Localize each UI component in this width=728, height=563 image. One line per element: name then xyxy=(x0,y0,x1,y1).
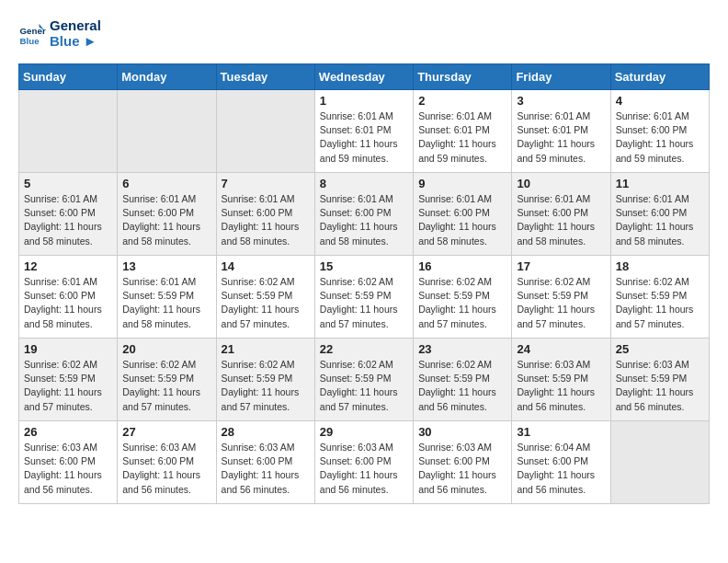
day-info: Sunrise: 6:01 AM Sunset: 6:00 PM Dayligh… xyxy=(320,192,408,248)
svg-text:Blue: Blue xyxy=(20,35,40,45)
calendar-cell: 22Sunrise: 6:02 AM Sunset: 5:59 PM Dayli… xyxy=(314,339,413,421)
calendar-cell: 25Sunrise: 6:03 AM Sunset: 5:59 PM Dayli… xyxy=(610,339,709,421)
calendar-cell: 1Sunrise: 6:01 AM Sunset: 6:01 PM Daylig… xyxy=(314,90,413,173)
calendar-week-row: 5Sunrise: 6:01 AM Sunset: 6:00 PM Daylig… xyxy=(19,173,710,256)
weekday-header-thursday: Thursday xyxy=(414,64,512,90)
day-number: 5 xyxy=(24,177,112,190)
weekday-header-wednesday: Wednesday xyxy=(314,64,413,90)
calendar-cell: 3Sunrise: 6:01 AM Sunset: 6:01 PM Daylig… xyxy=(512,90,610,173)
day-info: Sunrise: 6:02 AM Sunset: 5:59 PM Dayligh… xyxy=(222,275,310,331)
day-number: 2 xyxy=(418,94,506,108)
day-number: 23 xyxy=(418,342,506,356)
day-info: Sunrise: 6:03 AM Sunset: 6:00 PM Dayligh… xyxy=(122,441,210,497)
day-number: 26 xyxy=(24,425,112,439)
calendar-cell xyxy=(19,90,118,173)
calendar-week-row: 12Sunrise: 6:01 AM Sunset: 6:00 PM Dayli… xyxy=(19,256,710,339)
day-info: Sunrise: 6:01 AM Sunset: 6:01 PM Dayligh… xyxy=(418,109,506,166)
calendar-cell: 26Sunrise: 6:03 AM Sunset: 6:00 PM Dayli… xyxy=(19,421,118,504)
day-info: Sunrise: 6:02 AM Sunset: 5:59 PM Dayligh… xyxy=(222,358,310,414)
calendar-cell: 18Sunrise: 6:02 AM Sunset: 5:59 PM Dayli… xyxy=(610,256,709,339)
calendar-cell: 28Sunrise: 6:03 AM Sunset: 6:00 PM Dayli… xyxy=(216,421,314,504)
day-info: Sunrise: 6:01 AM Sunset: 6:00 PM Dayligh… xyxy=(122,192,210,248)
logo-icon: General Blue xyxy=(18,20,46,48)
calendar-cell: 19Sunrise: 6:02 AM Sunset: 5:59 PM Dayli… xyxy=(19,339,118,421)
svg-text:General: General xyxy=(20,26,47,36)
day-number: 27 xyxy=(122,425,210,439)
calendar-cell: 7Sunrise: 6:01 AM Sunset: 6:00 PM Daylig… xyxy=(216,173,314,256)
calendar-cell: 8Sunrise: 6:01 AM Sunset: 6:00 PM Daylig… xyxy=(314,173,413,256)
day-info: Sunrise: 6:03 AM Sunset: 5:59 PM Dayligh… xyxy=(616,358,704,414)
day-info: Sunrise: 6:04 AM Sunset: 6:00 PM Dayligh… xyxy=(517,441,605,497)
day-info: Sunrise: 6:03 AM Sunset: 6:00 PM Dayligh… xyxy=(222,441,310,497)
day-info: Sunrise: 6:02 AM Sunset: 5:59 PM Dayligh… xyxy=(616,275,704,331)
day-number: 11 xyxy=(616,177,704,190)
calendar-cell: 12Sunrise: 6:01 AM Sunset: 6:00 PM Dayli… xyxy=(19,256,118,339)
day-number: 12 xyxy=(24,259,112,273)
calendar-cell: 11Sunrise: 6:01 AM Sunset: 6:00 PM Dayli… xyxy=(610,173,709,256)
day-number: 14 xyxy=(222,259,310,273)
day-info: Sunrise: 6:02 AM Sunset: 5:59 PM Dayligh… xyxy=(418,358,506,414)
calendar-body: 1Sunrise: 6:01 AM Sunset: 6:01 PM Daylig… xyxy=(19,90,710,504)
day-info: Sunrise: 6:02 AM Sunset: 5:59 PM Dayligh… xyxy=(122,358,210,414)
day-number: 6 xyxy=(122,177,210,190)
day-number: 28 xyxy=(222,425,310,439)
calendar-cell: 24Sunrise: 6:03 AM Sunset: 5:59 PM Dayli… xyxy=(512,339,610,421)
day-info: Sunrise: 6:03 AM Sunset: 6:00 PM Dayligh… xyxy=(418,441,506,497)
day-info: Sunrise: 6:02 AM Sunset: 5:59 PM Dayligh… xyxy=(418,275,506,331)
calendar-cell xyxy=(610,421,709,504)
calendar-cell: 4Sunrise: 6:01 AM Sunset: 6:00 PM Daylig… xyxy=(610,90,709,173)
day-number: 20 xyxy=(122,342,210,356)
calendar-cell xyxy=(118,90,216,173)
day-info: Sunrise: 6:01 AM Sunset: 6:00 PM Dayligh… xyxy=(616,192,704,248)
day-info: Sunrise: 6:02 AM Sunset: 5:59 PM Dayligh… xyxy=(320,275,408,331)
calendar-cell xyxy=(216,90,314,173)
day-info: Sunrise: 6:01 AM Sunset: 6:00 PM Dayligh… xyxy=(418,192,506,248)
calendar-week-row: 19Sunrise: 6:02 AM Sunset: 5:59 PM Dayli… xyxy=(19,339,710,421)
day-number: 24 xyxy=(517,342,605,356)
day-info: Sunrise: 6:01 AM Sunset: 6:01 PM Dayligh… xyxy=(320,109,408,166)
day-number: 9 xyxy=(418,177,506,190)
day-number: 8 xyxy=(320,177,408,190)
day-info: Sunrise: 6:01 AM Sunset: 6:00 PM Dayligh… xyxy=(517,192,605,248)
day-number: 7 xyxy=(222,177,310,190)
day-number: 21 xyxy=(222,342,310,356)
day-info: Sunrise: 6:03 AM Sunset: 6:00 PM Dayligh… xyxy=(320,441,408,497)
page-header: General Blue General Blue ► xyxy=(18,18,710,49)
day-number: 16 xyxy=(418,259,506,273)
calendar-cell: 27Sunrise: 6:03 AM Sunset: 6:00 PM Dayli… xyxy=(118,421,216,504)
calendar-cell: 6Sunrise: 6:01 AM Sunset: 6:00 PM Daylig… xyxy=(118,173,216,256)
calendar-header-row: SundayMondayTuesdayWednesdayThursdayFrid… xyxy=(19,64,710,90)
calendar-week-row: 1Sunrise: 6:01 AM Sunset: 6:01 PM Daylig… xyxy=(19,90,710,173)
calendar-cell: 5Sunrise: 6:01 AM Sunset: 6:00 PM Daylig… xyxy=(19,173,118,256)
weekday-header-sunday: Sunday xyxy=(19,64,118,90)
day-number: 25 xyxy=(616,342,704,356)
calendar-cell: 15Sunrise: 6:02 AM Sunset: 5:59 PM Dayli… xyxy=(314,256,413,339)
weekday-header-saturday: Saturday xyxy=(610,64,709,90)
calendar-table: SundayMondayTuesdayWednesdayThursdayFrid… xyxy=(18,63,710,504)
calendar-cell: 29Sunrise: 6:03 AM Sunset: 6:00 PM Dayli… xyxy=(314,421,413,504)
calendar-cell: 13Sunrise: 6:01 AM Sunset: 5:59 PM Dayli… xyxy=(118,256,216,339)
day-info: Sunrise: 6:03 AM Sunset: 5:59 PM Dayligh… xyxy=(517,358,605,414)
calendar-cell: 14Sunrise: 6:02 AM Sunset: 5:59 PM Dayli… xyxy=(216,256,314,339)
calendar-cell: 9Sunrise: 6:01 AM Sunset: 6:00 PM Daylig… xyxy=(414,173,512,256)
calendar-cell: 31Sunrise: 6:04 AM Sunset: 6:00 PM Dayli… xyxy=(512,421,610,504)
logo-blue: Blue ► xyxy=(50,34,101,50)
calendar-cell: 2Sunrise: 6:01 AM Sunset: 6:01 PM Daylig… xyxy=(414,90,512,173)
day-number: 13 xyxy=(122,259,210,273)
day-number: 31 xyxy=(517,425,605,439)
day-number: 22 xyxy=(320,342,408,356)
calendar-cell: 10Sunrise: 6:01 AM Sunset: 6:00 PM Dayli… xyxy=(512,173,610,256)
day-info: Sunrise: 6:01 AM Sunset: 6:00 PM Dayligh… xyxy=(616,109,704,166)
logo-general: General xyxy=(50,18,101,34)
day-info: Sunrise: 6:01 AM Sunset: 6:00 PM Dayligh… xyxy=(222,192,310,248)
calendar-week-row: 26Sunrise: 6:03 AM Sunset: 6:00 PM Dayli… xyxy=(19,421,710,504)
day-number: 15 xyxy=(320,259,408,273)
weekday-header-tuesday: Tuesday xyxy=(216,64,314,90)
weekday-header-monday: Monday xyxy=(118,64,216,90)
calendar-cell: 21Sunrise: 6:02 AM Sunset: 5:59 PM Dayli… xyxy=(216,339,314,421)
calendar-cell: 17Sunrise: 6:02 AM Sunset: 5:59 PM Dayli… xyxy=(512,256,610,339)
day-number: 4 xyxy=(616,94,704,108)
day-info: Sunrise: 6:01 AM Sunset: 5:59 PM Dayligh… xyxy=(122,275,210,331)
day-number: 19 xyxy=(24,342,112,356)
day-info: Sunrise: 6:02 AM Sunset: 5:59 PM Dayligh… xyxy=(24,358,112,414)
